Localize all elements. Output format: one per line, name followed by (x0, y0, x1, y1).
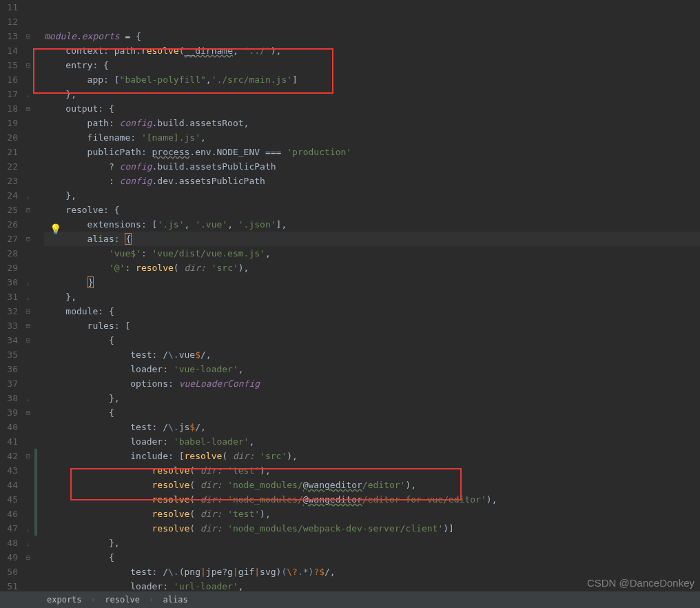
line-number[interactable]: 44 (0, 478, 18, 492)
code-line[interactable]: rules: [ (44, 318, 700, 333)
code-line[interactable]: loader: 'vue-loader', (44, 362, 700, 376)
line-number[interactable]: 46 (0, 507, 18, 521)
code-line[interactable]: context: path.resolve(__dirname, '../'), (44, 43, 700, 58)
code-line[interactable]: resolve( dir: 'test'), (44, 463, 700, 478)
fold-collapse-icon[interactable]: ⊟ (22, 405, 34, 420)
line-number[interactable]: 42 (0, 449, 18, 463)
fold-collapse-icon[interactable]: ⊟ (22, 333, 34, 347)
line-number[interactable]: 31 (0, 290, 18, 304)
line-number[interactable]: 26 (0, 217, 18, 232)
line-number[interactable]: 29 (0, 261, 18, 275)
code-editor[interactable]: 1112131415161718192021222324252627282930… (0, 0, 700, 608)
line-number[interactable]: 38 (0, 391, 18, 405)
code-line[interactable]: { (44, 550, 700, 565)
line-number[interactable]: 49 (0, 550, 18, 565)
line-number[interactable]: 15 (0, 58, 18, 72)
code-line[interactable]: publicPath: process.env.NODE_ENV === 'pr… (44, 145, 700, 159)
line-number[interactable]: 22 (0, 159, 18, 174)
line-number[interactable]: 35 (0, 347, 18, 362)
code-line[interactable]: output: { (44, 101, 700, 116)
code-line[interactable]: }, (44, 188, 700, 203)
code-line[interactable]: module: { (44, 304, 700, 318)
intention-bulb-icon[interactable]: 💡 (50, 222, 61, 236)
code-line[interactable]: alias: { (44, 232, 700, 246)
line-number[interactable]: 30 (0, 275, 18, 290)
fold-collapse-icon[interactable]: ⊟ (22, 29, 34, 43)
fold-collapse-icon[interactable]: ⊟ (22, 203, 34, 217)
code-line[interactable]: extensions: ['.js', '.vue', '.json'], (44, 217, 700, 232)
line-number[interactable]: 23 (0, 174, 18, 188)
line-number[interactable]: 37 (0, 376, 18, 391)
code-line[interactable]: resolve( dir: 'node_modules/webpack-dev-… (44, 521, 700, 536)
fold-collapse-icon[interactable]: ⊟ (22, 232, 34, 246)
line-number[interactable]: 20 (0, 130, 18, 145)
code-line[interactable]: }, (44, 87, 700, 101)
line-number[interactable]: 48 (0, 536, 18, 550)
code-line[interactable]: test: /\.js$/, (44, 420, 700, 434)
code-line[interactable]: options: vueLoaderConfig (44, 376, 700, 391)
line-number-gutter[interactable]: 1112131415161718192021222324252627282930… (0, 0, 22, 591)
code-line[interactable]: resolve( dir: 'test'), (44, 507, 700, 521)
code-line[interactable]: }, (44, 290, 700, 304)
breadcrumb-item[interactable]: resolve (105, 595, 140, 605)
code-line[interactable]: : config.dev.assetsPublicPath (44, 174, 700, 188)
fold-collapse-icon[interactable]: ⊟ (22, 449, 34, 463)
line-number[interactable]: 41 (0, 434, 18, 449)
breadcrumb[interactable]: exports › resolve › alias (0, 591, 700, 608)
code-line[interactable]: }, (44, 391, 700, 405)
code-line[interactable]: filename: '[name].js', (44, 130, 700, 145)
line-number[interactable]: 27 (0, 232, 18, 246)
line-number[interactable]: 36 (0, 362, 18, 376)
line-number[interactable]: 17 (0, 87, 18, 101)
code-line[interactable]: app: ["babel-polyfill",'./src/main.js'] (44, 72, 700, 87)
code-line[interactable]: } (44, 275, 700, 290)
code-line[interactable] (44, 14, 700, 29)
breadcrumb-item[interactable]: exports (47, 595, 82, 605)
line-number[interactable]: 12 (0, 14, 18, 29)
code-line[interactable]: resolve: { (44, 203, 700, 217)
line-number[interactable]: 14 (0, 43, 18, 58)
code-line[interactable]: path: config.build.assetsRoot, (44, 116, 700, 130)
line-number[interactable]: 18 (0, 101, 18, 116)
line-number[interactable]: 45 (0, 492, 18, 507)
line-number[interactable]: 50 (0, 565, 18, 579)
fold-collapse-icon[interactable]: ⊟ (22, 304, 34, 318)
fold-collapse-icon[interactable]: ⊟ (22, 58, 34, 72)
code-line[interactable]: '@': resolve( dir: 'src'), (44, 261, 700, 275)
fold-collapse-icon[interactable]: ⊟ (22, 550, 34, 565)
code-line[interactable]: }, (44, 536, 700, 550)
line-number[interactable]: 39 (0, 405, 18, 420)
line-number[interactable]: 11 (0, 0, 18, 14)
line-number[interactable]: 25 (0, 203, 18, 217)
line-number[interactable]: 47 (0, 521, 18, 536)
line-number[interactable]: 43 (0, 463, 18, 478)
line-number[interactable]: 16 (0, 72, 18, 87)
code-line[interactable]: { (44, 405, 700, 420)
code-line[interactable]: 'vue$': 'vue/dist/vue.esm.js', (44, 246, 700, 261)
code-line[interactable]: test: /\.vue$/, (44, 347, 700, 362)
line-number[interactable]: 28 (0, 246, 18, 261)
code-line[interactable]: module.exports = { (44, 29, 700, 43)
fold-collapse-icon[interactable]: ⊟ (22, 101, 34, 116)
breadcrumb-item[interactable]: alias (163, 595, 188, 605)
fold-column[interactable]: ⊟⊟⌞⊟⌞⊟⊟⌞⌞⊟⊟⊟⌞⊟⊟⌞⌞⊟ (22, 0, 34, 591)
line-number[interactable]: 40 (0, 420, 18, 434)
code-line[interactable]: resolve( dir: 'node_modules/@wangeditor/… (44, 492, 700, 507)
line-number[interactable]: 13 (0, 29, 18, 43)
line-number[interactable]: 21 (0, 145, 18, 159)
fold-collapse-icon[interactable]: ⊟ (22, 318, 34, 333)
code-line[interactable]: loader: 'babel-loader', (44, 434, 700, 449)
line-number[interactable]: 19 (0, 116, 18, 130)
code-line[interactable]: include: [resolve( dir: 'src'), (44, 449, 700, 463)
code-line[interactable] (44, 0, 700, 14)
code-line[interactable]: resolve( dir: 'node_modules/@wangeditor/… (44, 478, 700, 492)
code-line[interactable]: { (44, 333, 700, 347)
line-number[interactable]: 24 (0, 188, 18, 203)
code-line[interactable]: entry: { (44, 58, 700, 72)
code-line[interactable]: ? config.build.assetsPublicPath (44, 159, 700, 174)
line-number[interactable]: 32 (0, 304, 18, 318)
code-area[interactable]: module.exports = { context: path.resolve… (44, 0, 700, 591)
line-number[interactable]: 34 (0, 333, 18, 347)
line-number[interactable]: 33 (0, 318, 18, 333)
fold-end-icon: ⌞ (22, 188, 34, 203)
